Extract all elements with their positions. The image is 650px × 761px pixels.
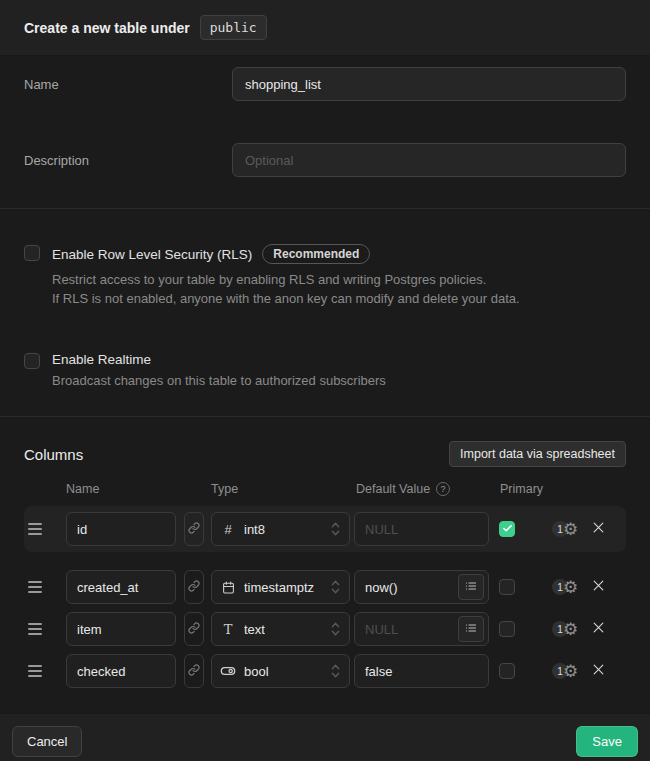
close-icon (592, 579, 605, 595)
link-icon (188, 580, 200, 595)
column-type-select[interactable]: timestamptz (211, 570, 350, 604)
list-icon (465, 622, 477, 637)
schema-badge: public (200, 15, 267, 40)
column-type-select[interactable]: bool (211, 654, 350, 688)
table-description-input[interactable] (232, 143, 626, 177)
default-value-field[interactable]: now() (354, 570, 489, 604)
primary-checkbox[interactable] (499, 621, 515, 637)
link-icon (188, 522, 200, 537)
foreign-key-link-button[interactable] (184, 570, 204, 604)
remove-column-button[interactable] (590, 579, 606, 595)
primary-checkbox[interactable] (499, 579, 515, 595)
column-row-item: T text NULL 1 ⚙ (24, 612, 626, 646)
import-spreadsheet-button[interactable]: Import data via spreadsheet (449, 441, 626, 467)
rls-description: Restrict access to your table by enablin… (52, 270, 520, 308)
header-default-value: Default Value ? (356, 482, 450, 496)
help-icon[interactable]: ? (436, 482, 450, 496)
default-value-menu-button[interactable] (458, 616, 484, 642)
modal-footer: Cancel Save (0, 713, 650, 761)
check-icon (502, 522, 513, 537)
list-icon (465, 580, 477, 595)
rls-checkbox[interactable] (24, 245, 40, 261)
column-settings-button[interactable]: 1 ⚙ (552, 521, 578, 538)
link-icon (188, 622, 200, 637)
column-type-select[interactable]: # int8 (211, 512, 350, 546)
close-icon (592, 663, 605, 679)
column-type-select[interactable]: T text (211, 612, 350, 646)
realtime-block: Enable Realtime Broadcast changes on thi… (24, 352, 626, 390)
primary-checkbox[interactable] (499, 663, 515, 679)
header-name: Name (66, 482, 99, 496)
default-value-menu-button[interactable] (458, 574, 484, 600)
gear-icon: ⚙ (563, 663, 578, 680)
remove-column-button[interactable] (590, 621, 606, 637)
cancel-button[interactable]: Cancel (12, 726, 82, 757)
save-button[interactable]: Save (576, 726, 638, 757)
default-value-field[interactable]: NULL (354, 612, 489, 646)
gear-icon: ⚙ (563, 521, 578, 538)
column-row-created-at: timestamptz now() 1 ⚙ (24, 570, 626, 604)
columns-section: Columns Import data via spreadsheet Name… (0, 417, 650, 688)
chevron-updown-icon (330, 663, 341, 679)
calendar-icon (220, 581, 236, 594)
default-value-field[interactable]: NULL (354, 512, 489, 546)
column-name-input[interactable] (66, 654, 176, 688)
column-row-id: # int8 NULL 1 ⚙ (24, 512, 626, 546)
options-section: Enable Row Level Security (RLS) Recommen… (0, 209, 650, 416)
default-value-field[interactable]: false (354, 654, 489, 688)
header-type: Type (211, 482, 238, 496)
recommended-badge: Recommended (262, 244, 370, 264)
hash-icon: # (220, 522, 236, 537)
column-type-value: timestamptz (244, 580, 314, 595)
name-label: Name (24, 67, 232, 101)
gear-icon: ⚙ (563, 579, 578, 596)
close-icon (592, 521, 605, 537)
toggle-icon (220, 663, 236, 679)
drag-handle-icon[interactable] (28, 623, 42, 635)
column-name-input[interactable] (66, 570, 176, 604)
column-type-value: int8 (244, 522, 265, 537)
header-primary: Primary (500, 482, 543, 496)
drag-handle-icon[interactable] (28, 665, 42, 677)
column-settings-button[interactable]: 1 ⚙ (552, 579, 578, 596)
rls-label: Enable Row Level Security (RLS) (52, 247, 252, 262)
foreign-key-link-button[interactable] (184, 612, 204, 646)
table-details-section: Name Description (0, 56, 650, 208)
realtime-checkbox[interactable] (24, 353, 40, 369)
drag-handle-icon[interactable] (28, 523, 42, 535)
chevron-updown-icon (330, 621, 341, 637)
modal-title: Create a new table under (24, 20, 190, 36)
foreign-key-link-button[interactable] (184, 654, 204, 688)
chevron-updown-icon (330, 579, 341, 595)
column-type-value: bool (244, 664, 269, 679)
description-label: Description (24, 143, 232, 177)
column-name-input[interactable] (66, 512, 176, 546)
primary-checkbox[interactable] (499, 521, 515, 537)
columns-title: Columns (24, 446, 83, 463)
close-icon (592, 621, 605, 637)
name-row: Name (24, 67, 626, 101)
column-settings-button[interactable]: 1 ⚙ (552, 663, 578, 680)
columns-table-header: Name Type Default Value ? Primary (24, 482, 626, 498)
gear-icon: ⚙ (563, 621, 578, 638)
link-icon (188, 664, 200, 679)
primary-row-highlight: # int8 NULL 1 ⚙ (24, 506, 626, 552)
table-name-input[interactable] (232, 67, 626, 101)
foreign-key-link-button[interactable] (184, 512, 204, 546)
column-row-checked: bool false 1 ⚙ (24, 654, 626, 688)
drag-handle-icon[interactable] (28, 581, 42, 593)
description-row: Description (24, 143, 626, 177)
remove-column-button[interactable] (590, 663, 606, 679)
realtime-description: Broadcast changes on this table to autho… (52, 371, 386, 390)
chevron-updown-icon (330, 521, 341, 537)
column-name-input[interactable] (66, 612, 176, 646)
rls-block: Enable Row Level Security (RLS) Recommen… (24, 244, 626, 308)
column-type-value: text (244, 622, 265, 637)
modal-header: Create a new table under public (0, 0, 650, 56)
remove-column-button[interactable] (590, 521, 606, 537)
column-settings-button[interactable]: 1 ⚙ (552, 621, 578, 638)
realtime-label: Enable Realtime (52, 352, 151, 367)
text-type-icon: T (220, 622, 236, 637)
